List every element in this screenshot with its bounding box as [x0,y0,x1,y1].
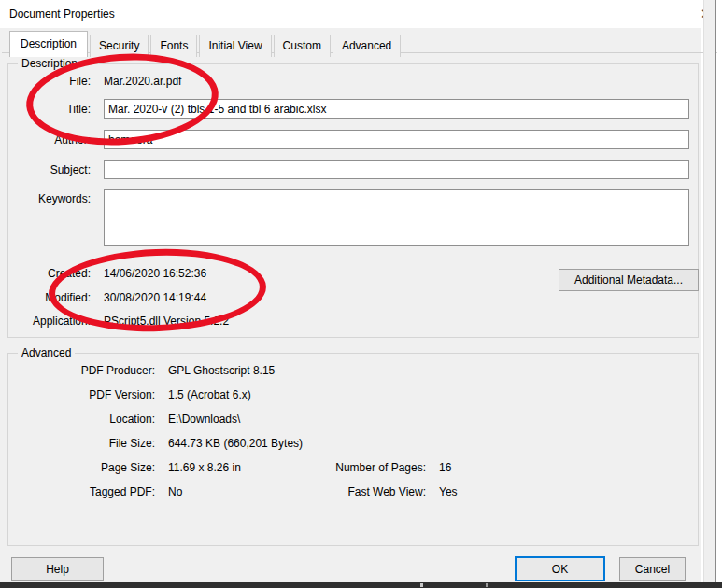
fast-web-view-value: Yes [439,485,458,498]
advanced-group-legend: Advanced [18,346,75,359]
fast-web-view-label: Fast Web View: [233,485,426,498]
help-button[interactable]: Help [11,557,104,581]
tagged-pdf-label: Tagged PDF: [8,485,155,498]
file-value: Mar.2020.ar.pdf [104,75,181,88]
application-label: Application: [8,315,91,328]
created-value: 14/06/2020 16:52:36 [104,267,206,280]
created-label: Created: [8,267,91,280]
tab-description[interactable]: Description [9,31,88,57]
tabstrip: Description Security Fonts Initial View … [9,31,403,57]
description-group-legend: Description [18,57,81,70]
document-properties-dialog: Document Properties ✕ Description Securi… [0,0,722,588]
subject-input[interactable] [104,160,689,179]
tab-fonts[interactable]: Fonts [150,35,197,57]
page-size-value: 11.69 x 8.26 in [168,461,241,474]
subject-label: Subject: [8,163,91,176]
file-label: File: [8,75,91,88]
pdf-version-value: 1.5 (Acrobat 6.x) [168,388,251,401]
number-of-pages-value: 16 [439,461,451,474]
background-window-bottom-bar [0,582,722,588]
location-label: Location: [8,413,155,426]
pdf-producer-label: PDF Producer: [8,364,155,377]
dialog-title: Document Properties [9,7,115,21]
keywords-label: Keywords: [8,192,91,205]
tab-custom[interactable]: Custom [274,35,331,57]
file-size-value: 644.73 KB (660,201 Bytes) [168,437,303,450]
ok-button[interactable]: OK [515,556,605,581]
number-of-pages-label: Number of Pages: [233,461,426,474]
additional-metadata-button[interactable]: Additional Metadata... [559,269,699,291]
page-size-label: Page Size: [8,461,155,474]
tab-advanced[interactable]: Advanced [333,35,401,57]
title-input[interactable] [104,99,689,119]
application-value: PScript5.dll Version 5.2.2 [104,315,229,328]
pdf-version-label: PDF Version: [8,388,155,401]
tab-initial-view[interactable]: Initial View [199,35,271,57]
title-label: Title: [8,103,91,116]
tab-security[interactable]: Security [90,35,149,57]
modified-value: 30/08/2020 14:19:44 [104,291,206,304]
author-label: Author: [8,133,91,147]
description-groupbox: Description File: Mar.2020.ar.pdf Title:… [7,63,699,338]
advanced-groupbox: Advanced PDF Producer: GPL Ghostscript 8… [7,353,699,546]
location-value: E:\Downloads\ [168,413,240,426]
pdf-producer-value: GPL Ghostscript 8.15 [168,364,275,377]
dialog-titlebar: Document Properties [0,0,701,28]
cancel-button[interactable]: Cancel [619,557,686,581]
file-size-label: File Size: [8,437,155,450]
author-input[interactable] [104,130,689,149]
keywords-textarea[interactable] [104,189,689,246]
modified-label: Modified: [8,291,91,304]
background-window-edge [703,0,716,582]
tagged-pdf-value: No [168,485,182,498]
